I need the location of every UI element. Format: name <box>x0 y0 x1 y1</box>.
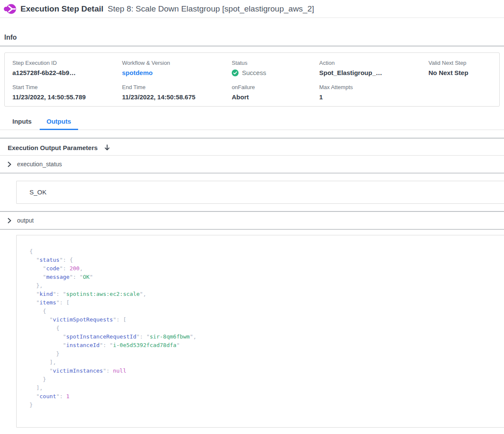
execution-status-value-box: S_OK <box>16 181 504 204</box>
chevron-right-icon <box>7 218 12 223</box>
info-field: StatusSuccess <box>232 60 319 76</box>
info-field-value: Spot_Elastigroup_… <box>319 69 424 76</box>
info-field: onFailureAbort <box>232 76 319 101</box>
info-field-label: onFailure <box>232 84 315 90</box>
output-json-box: { "status": { "code": 200, "message": "O… <box>16 235 504 428</box>
info-field-value: No Next Step <box>428 69 491 76</box>
info-field-label: End Time <box>122 84 227 90</box>
divider <box>0 46 504 46</box>
param-name: output <box>17 217 34 224</box>
info-field: Workflow & Versionspotdemo <box>122 60 232 76</box>
param-row-output[interactable]: output <box>0 212 504 230</box>
info-field: Start Time11/23/2022, 14:50:55.789 <box>12 76 122 101</box>
info-field: ActionSpot_Elastigroup_… <box>319 60 428 76</box>
info-field: Valid Next StepNo Next Step <box>428 60 495 76</box>
info-field: Max Attempts1 <box>319 76 428 101</box>
info-field <box>428 76 495 101</box>
info-section-label: Info <box>4 34 504 41</box>
params-header-label: Execution Output Parameters <box>8 144 98 151</box>
info-field: Step Execution IDa125728f-6b22-4b9… <box>12 60 122 76</box>
page-subtitle: Step 8: Scale Down Elastgroup [spot_elas… <box>108 4 314 14</box>
info-field-value: a125728f-6b22-4b9… <box>12 69 118 76</box>
info-card-grid: Step Execution IDa125728f-6b22-4b9…Workf… <box>12 60 495 101</box>
info-field-value: Success <box>232 69 315 76</box>
tab-bar: InputsOutputs <box>0 118 504 130</box>
info-field: End Time11/23/2022, 14:50:58.675 <box>122 76 232 101</box>
info-field-value: 1 <box>319 93 424 101</box>
param-row-execution-status[interactable]: execution_status <box>0 156 504 174</box>
info-field-label: Max Attempts <box>319 84 424 90</box>
page-title: Execution Step Detail <box>20 4 103 14</box>
info-field-label: Valid Next Step <box>428 60 491 66</box>
app-header: Execution Step Detail Step 8: Scale Down… <box>0 0 504 18</box>
info-field-label: Workflow & Version <box>122 60 227 66</box>
info-card: Step Execution IDa125728f-6b22-4b9…Workf… <box>4 52 500 107</box>
app-logo-icon <box>3 3 16 14</box>
info-field-value: 11/23/2022, 14:50:55.789 <box>12 93 118 101</box>
output-json-code: { "status": { "code": 200, "message": "O… <box>29 247 504 409</box>
info-field-label: Action <box>319 60 424 66</box>
success-check-icon <box>232 69 239 76</box>
info-field-value: Abort <box>232 93 315 101</box>
info-field-label: Step Execution ID <box>12 60 118 66</box>
execution-output-parameters-header: Execution Output Parameters <box>0 139 504 156</box>
info-field-label: Start Time <box>12 84 118 90</box>
tab-outputs[interactable]: Outputs <box>40 118 78 130</box>
chevron-right-icon <box>7 162 12 167</box>
arrow-down-icon[interactable] <box>104 144 111 151</box>
info-field-value: 11/23/2022, 14:50:58.675 <box>122 93 227 101</box>
param-name: execution_status <box>17 161 62 168</box>
info-field-value[interactable]: spotdemo <box>122 69 227 76</box>
tab-inputs[interactable]: Inputs <box>6 118 38 130</box>
status-text: Success <box>242 69 266 76</box>
info-field-label: Status <box>232 60 315 66</box>
